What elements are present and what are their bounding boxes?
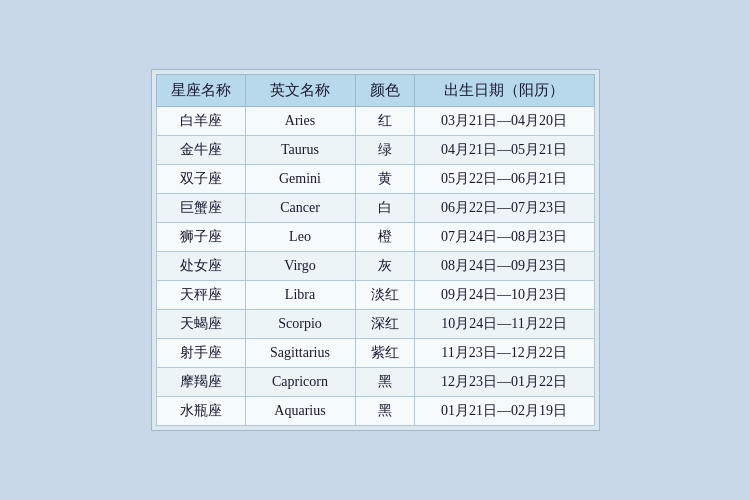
- cell-zh: 金牛座: [156, 136, 245, 165]
- cell-color: 深红: [355, 310, 414, 339]
- cell-color: 黄: [355, 165, 414, 194]
- cell-zh: 天秤座: [156, 281, 245, 310]
- cell-date: 10月24日—11月22日: [414, 310, 594, 339]
- cell-color: 黑: [355, 397, 414, 426]
- cell-date: 07月24日—08月23日: [414, 223, 594, 252]
- zodiac-table: 星座名称 英文名称 颜色 出生日期（阳历） 白羊座Aries红03月21日—04…: [156, 74, 595, 426]
- table-row: 处女座Virgo灰08月24日—09月23日: [156, 252, 594, 281]
- cell-zh: 射手座: [156, 339, 245, 368]
- cell-color: 红: [355, 107, 414, 136]
- cell-en: Sagittarius: [245, 339, 355, 368]
- cell-date: 06月22日—07月23日: [414, 194, 594, 223]
- cell-en: Taurus: [245, 136, 355, 165]
- cell-date: 11月23日—12月22日: [414, 339, 594, 368]
- cell-color: 绿: [355, 136, 414, 165]
- header-color: 颜色: [355, 75, 414, 107]
- cell-date: 01月21日—02月19日: [414, 397, 594, 426]
- cell-zh: 摩羯座: [156, 368, 245, 397]
- table-row: 狮子座Leo橙07月24日—08月23日: [156, 223, 594, 252]
- table-row: 巨蟹座Cancer白06月22日—07月23日: [156, 194, 594, 223]
- cell-zh: 狮子座: [156, 223, 245, 252]
- header-zh: 星座名称: [156, 75, 245, 107]
- cell-zh: 处女座: [156, 252, 245, 281]
- cell-en: Scorpio: [245, 310, 355, 339]
- cell-color: 紫红: [355, 339, 414, 368]
- table-header-row: 星座名称 英文名称 颜色 出生日期（阳历）: [156, 75, 594, 107]
- table-row: 水瓶座Aquarius黑01月21日—02月19日: [156, 397, 594, 426]
- table-row: 双子座Gemini黄05月22日—06月21日: [156, 165, 594, 194]
- cell-zh: 天蝎座: [156, 310, 245, 339]
- header-date: 出生日期（阳历）: [414, 75, 594, 107]
- cell-color: 灰: [355, 252, 414, 281]
- cell-en: Gemini: [245, 165, 355, 194]
- cell-color: 淡红: [355, 281, 414, 310]
- cell-zh: 双子座: [156, 165, 245, 194]
- cell-date: 04月21日—05月21日: [414, 136, 594, 165]
- cell-en: Capricorn: [245, 368, 355, 397]
- cell-date: 09月24日—10月23日: [414, 281, 594, 310]
- cell-date: 12月23日—01月22日: [414, 368, 594, 397]
- cell-color: 白: [355, 194, 414, 223]
- cell-date: 05月22日—06月21日: [414, 165, 594, 194]
- zodiac-table-container: 星座名称 英文名称 颜色 出生日期（阳历） 白羊座Aries红03月21日—04…: [151, 69, 600, 431]
- cell-zh: 白羊座: [156, 107, 245, 136]
- table-row: 天秤座Libra淡红09月24日—10月23日: [156, 281, 594, 310]
- header-en: 英文名称: [245, 75, 355, 107]
- cell-en: Cancer: [245, 194, 355, 223]
- cell-en: Leo: [245, 223, 355, 252]
- cell-en: Aries: [245, 107, 355, 136]
- cell-en: Virgo: [245, 252, 355, 281]
- cell-zh: 巨蟹座: [156, 194, 245, 223]
- table-row: 摩羯座Capricorn黑12月23日—01月22日: [156, 368, 594, 397]
- cell-date: 03月21日—04月20日: [414, 107, 594, 136]
- table-row: 金牛座Taurus绿04月21日—05月21日: [156, 136, 594, 165]
- table-row: 射手座Sagittarius紫红11月23日—12月22日: [156, 339, 594, 368]
- cell-color: 橙: [355, 223, 414, 252]
- cell-en: Aquarius: [245, 397, 355, 426]
- cell-zh: 水瓶座: [156, 397, 245, 426]
- table-row: 天蝎座Scorpio深红10月24日—11月22日: [156, 310, 594, 339]
- table-row: 白羊座Aries红03月21日—04月20日: [156, 107, 594, 136]
- cell-date: 08月24日—09月23日: [414, 252, 594, 281]
- cell-color: 黑: [355, 368, 414, 397]
- cell-en: Libra: [245, 281, 355, 310]
